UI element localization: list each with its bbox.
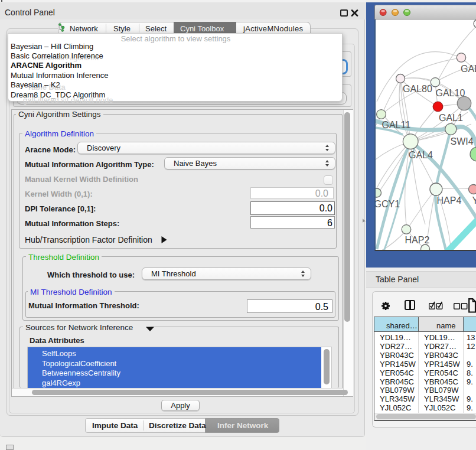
svg-text:SWI4: SWI4 [451,136,474,146]
svg-text:GAL1: GAL1 [439,113,463,123]
svg-text:GCY1: GCY1 [376,199,400,209]
svg-text:GAL80: GAL80 [403,84,432,94]
svg-text:HAP4: HAP4 [437,195,462,206]
svg-text:HAP2: HAP2 [405,235,430,245]
svg-text:GAL: GAL [461,64,476,74]
svg-text:Y: Y [472,195,476,206]
svg-text:GAL11: GAL11 [382,120,411,130]
svg-text:GAL10: GAL10 [436,88,465,98]
svg-text:GAL4: GAL4 [409,150,433,160]
